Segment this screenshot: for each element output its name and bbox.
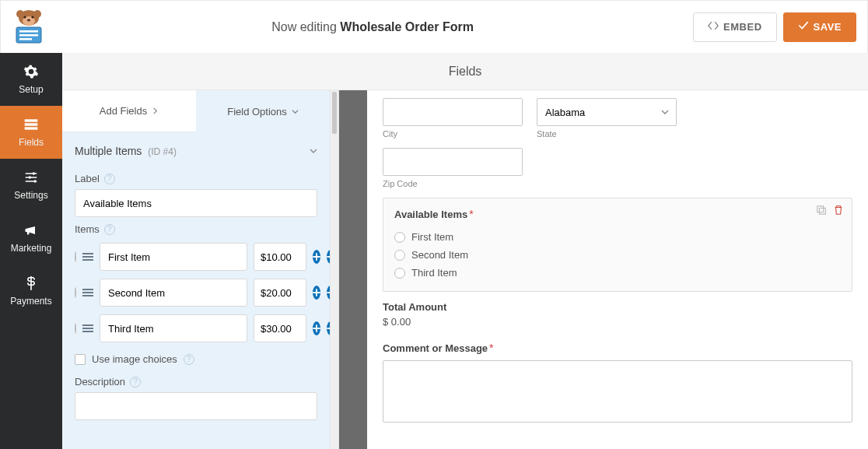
drag-handle-icon[interactable] (82, 253, 93, 261)
radio-icon (394, 268, 405, 279)
use-image-choices-checkbox[interactable] (75, 354, 86, 365)
sidebar-item-payments[interactable]: Payments (0, 265, 62, 317)
help-icon[interactable]: ? (104, 174, 115, 184)
radio-label: First Item (411, 231, 453, 243)
check-icon (798, 20, 809, 33)
comment-label: Comment or Message (383, 342, 488, 354)
item-price-input[interactable] (254, 314, 306, 342)
svg-rect-10 (19, 38, 32, 40)
embed-button[interactable]: EMBED (693, 12, 776, 42)
item-radio[interactable] (75, 251, 76, 262)
required-star: * (469, 208, 473, 220)
megaphone-icon (23, 223, 39, 238)
sidebar-item-setup[interactable]: Setup (0, 53, 62, 106)
drag-handle-icon[interactable] (82, 324, 93, 332)
page-title: Now editing Wholesale Order Form (52, 20, 693, 34)
sidebar-item-settings[interactable]: Settings (0, 159, 62, 212)
code-icon (708, 20, 719, 33)
add-item-button[interactable] (313, 321, 320, 335)
radio-icon (394, 250, 405, 261)
items-label: Items ? (75, 223, 317, 235)
radio-option[interactable]: Second Item (394, 246, 841, 264)
add-item-button[interactable] (313, 286, 320, 300)
description-label: Description ? (75, 376, 317, 388)
trash-icon[interactable] (833, 205, 844, 216)
state-label: State (537, 129, 677, 139)
required-star: * (489, 342, 493, 354)
svg-rect-12 (25, 123, 38, 125)
svg-point-14 (33, 172, 35, 174)
remove-item-button[interactable] (327, 286, 330, 300)
item-price-input[interactable] (254, 279, 306, 307)
scrollbar-thumb[interactable] (332, 92, 337, 134)
chevron-down-icon (310, 145, 317, 157)
main-sidebar: Setup Fields Settings Marketing Payments (0, 53, 62, 449)
drag-handle-icon[interactable] (82, 289, 93, 296)
item-radio[interactable] (75, 287, 76, 298)
available-items-field[interactable]: Available Items* First ItemSecond ItemTh… (383, 198, 852, 292)
wpforms-logo (5, 8, 52, 47)
comment-textarea[interactable] (383, 360, 852, 423)
total-amount-label: Total Amount (383, 301, 852, 313)
fields-header: Fields (62, 53, 868, 90)
item-row (75, 279, 317, 307)
save-button[interactable]: SAVE (783, 12, 856, 42)
city-label: City (383, 129, 523, 139)
zip-input[interactable] (383, 148, 523, 176)
add-item-button[interactable] (313, 250, 320, 264)
section-multiple-items[interactable]: Multiple Items (ID #4) (75, 132, 317, 167)
radio-label: Second Item (411, 249, 468, 261)
help-icon[interactable]: ? (130, 377, 141, 388)
remove-item-button[interactable] (327, 250, 330, 264)
sidebar-item-fields[interactable]: Fields (0, 106, 62, 159)
radio-icon (394, 232, 405, 243)
tab-add-fields[interactable]: Add Fields (62, 90, 196, 132)
help-icon[interactable]: ? (184, 354, 194, 365)
panel-scrollbar[interactable] (330, 90, 339, 449)
label-label: Label ? (75, 173, 317, 184)
item-name-input[interactable] (100, 279, 247, 307)
svg-rect-9 (19, 34, 38, 37)
svg-rect-18 (819, 208, 825, 214)
description-input[interactable] (75, 392, 317, 420)
list-icon (23, 117, 39, 132)
item-row (75, 243, 317, 271)
city-input[interactable] (383, 98, 523, 126)
label-input[interactable] (75, 189, 317, 217)
svg-point-16 (33, 180, 36, 182)
item-radio[interactable] (75, 323, 76, 334)
use-image-choices-label: Use image choices (92, 353, 177, 365)
radio-option[interactable]: First Item (394, 228, 841, 246)
svg-point-6 (27, 19, 30, 21)
item-row (75, 314, 317, 342)
sidebar-item-marketing[interactable]: Marketing (0, 212, 62, 265)
available-items-title: Available Items (394, 209, 467, 220)
svg-rect-11 (25, 119, 38, 121)
svg-point-4 (23, 16, 26, 18)
chevron-down-icon (292, 106, 299, 118)
zip-label: Zip Code (383, 179, 523, 188)
svg-point-5 (31, 16, 33, 18)
remove-item-button[interactable] (327, 321, 330, 335)
tab-field-options[interactable]: Field Options (196, 90, 330, 132)
gear-icon (23, 64, 39, 79)
chevron-right-icon (152, 105, 159, 117)
duplicate-icon[interactable] (816, 205, 827, 216)
item-price-input[interactable] (254, 243, 306, 271)
item-name-input[interactable] (100, 243, 247, 271)
radio-option[interactable]: Third Item (394, 264, 841, 282)
svg-rect-13 (25, 127, 38, 129)
item-name-input[interactable] (100, 314, 247, 342)
help-icon[interactable]: ? (104, 224, 115, 235)
dollar-icon (23, 275, 39, 291)
svg-point-15 (29, 176, 31, 178)
sliders-icon (23, 170, 39, 185)
svg-point-1 (16, 10, 24, 18)
svg-rect-8 (19, 30, 38, 33)
state-select[interactable] (537, 98, 677, 126)
svg-point-2 (33, 10, 41, 18)
radio-label: Third Item (411, 267, 457, 279)
total-amount-value: $ 0.00 (383, 316, 852, 328)
svg-rect-17 (817, 206, 824, 212)
